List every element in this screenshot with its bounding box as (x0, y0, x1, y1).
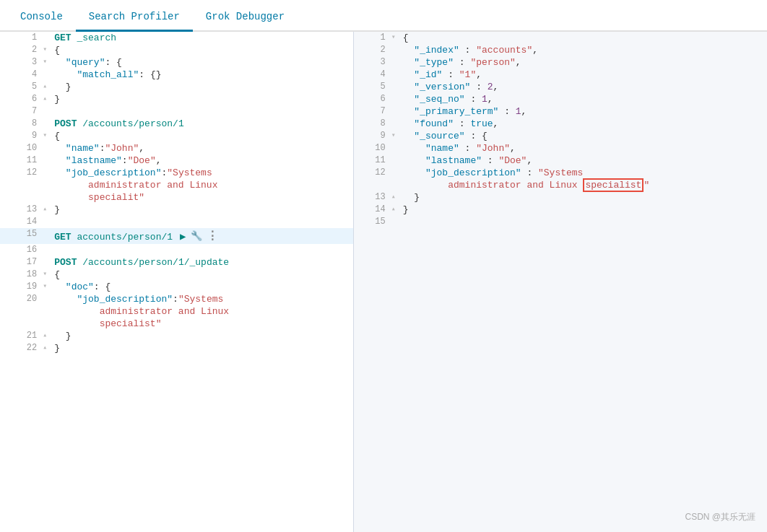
table-row: 1 GET _search (0, 32, 353, 44)
line-content: } (400, 204, 767, 216)
line-number: 16 (0, 244, 43, 256)
line-number: 22 (0, 342, 43, 354)
line-content (51, 105, 353, 118)
table-row: 4 "_id" : "1", (354, 69, 767, 81)
fold-icon (43, 191, 51, 204)
tab-console[interactable]: Console (7, 4, 76, 32)
fold-icon[interactable]: ▾ (391, 32, 400, 44)
fold-icon[interactable]: ▾ (43, 269, 51, 281)
fold-icon[interactable]: ▴ (43, 93, 51, 105)
line-content: "_version" : 2, (400, 81, 767, 93)
line-content: POST /accounts/person/1 (51, 118, 353, 130)
fold-icon (43, 244, 51, 256)
fold-icon (43, 179, 51, 191)
table-row: 9 ▾ "_source" : { (354, 130, 767, 142)
line-content: administrator and Linux (51, 305, 353, 318)
line-number: 8 (354, 118, 391, 130)
fold-icon (43, 256, 51, 269)
line-content: } (51, 93, 353, 105)
fold-icon[interactable]: ▾ (391, 130, 400, 142)
line-number (354, 179, 391, 191)
line-number: 7 (0, 105, 43, 118)
line-number: 13 (0, 204, 43, 216)
line-number (0, 305, 43, 318)
line-content: administrator and Linux specialist" (400, 179, 767, 191)
fold-icon[interactable]: ▾ (43, 56, 51, 69)
table-row: 3 "_type" : "person", (354, 56, 767, 69)
table-row: 14 (0, 216, 353, 228)
line-content: } (51, 330, 353, 342)
table-row: 8 "found" : true, (354, 118, 767, 130)
fold-icon[interactable]: ▴ (43, 81, 51, 93)
fold-icon (391, 167, 400, 179)
line-number: 5 (0, 81, 43, 93)
right-panel[interactable]: 1 ▾ { 2 "_index" : "accounts", 3 "_type"… (354, 32, 767, 532)
line-content: "lastname" : "Doe", (400, 154, 767, 167)
table-row: 4 "match_all": {} (0, 69, 353, 81)
table-row: 12 "job_description":"Systems (0, 167, 353, 179)
line-number: 6 (354, 93, 391, 105)
line-content: "job_description":"Systems (51, 167, 353, 179)
table-row: 7 (0, 105, 353, 118)
line-content: administrator and Linux (51, 179, 353, 191)
fold-icon (43, 293, 51, 305)
fold-icon (391, 142, 400, 154)
line-number: 6 (0, 93, 43, 105)
line-content: } (400, 191, 767, 204)
fold-icon (391, 93, 400, 105)
fold-icon[interactable]: ▴ (391, 191, 400, 204)
table-row: 3 ▾ "query": { (0, 56, 353, 69)
fold-icon (43, 105, 51, 118)
line-content: specialit" (51, 191, 353, 204)
table-row: specialit" (0, 191, 353, 204)
line-number: 8 (0, 118, 43, 130)
line-content: "_id" : "1", (400, 69, 767, 81)
line-content: "_seq_no" : 1, (400, 93, 767, 105)
table-row: administrator and Linux (0, 179, 353, 191)
line-content: specialist" (51, 318, 353, 330)
fold-icon (391, 154, 400, 167)
table-row: specialist" (0, 318, 353, 330)
table-row: administrator and Linux specialist" (354, 179, 767, 191)
table-row: 8 POST /accounts/person/1 (0, 118, 353, 130)
fold-icon (43, 318, 51, 330)
left-panel[interactable]: 1 GET _search 2 ▾ { 3 ▾ "query": { 4 " (0, 32, 354, 532)
table-row: 2 ▾ { (0, 44, 353, 56)
more-options-icon[interactable]: ⋮ (207, 229, 218, 243)
line-number: 1 (354, 32, 391, 44)
line-number: 2 (0, 44, 43, 56)
table-row: 16 (0, 244, 353, 256)
line-number: 17 (0, 256, 43, 269)
fold-icon[interactable]: ▾ (43, 281, 51, 293)
tab-grok-debugger[interactable]: Grok Debugger (193, 4, 298, 32)
run-button[interactable]: ▶ (180, 230, 186, 243)
tab-search-profiler[interactable]: Search Profiler (76, 4, 193, 32)
line-content (51, 244, 353, 256)
line-number: 7 (354, 105, 391, 118)
fold-icon (43, 216, 51, 228)
fold-icon (391, 105, 400, 118)
table-row: 15 (354, 216, 767, 228)
table-row: 5 "_version" : 2, (354, 81, 767, 93)
fold-icon (43, 69, 51, 81)
fold-icon[interactable]: ▴ (43, 330, 51, 342)
settings-icon[interactable]: 🔧 (191, 230, 202, 242)
fold-icon[interactable]: ▴ (43, 204, 51, 216)
line-number: 13 (354, 191, 391, 204)
table-row: 10 "name":"John", (0, 142, 353, 154)
line-number: 14 (354, 204, 391, 216)
table-row: administrator and Linux (0, 305, 353, 318)
table-row: 6 ▴ } (0, 93, 353, 105)
fold-icon[interactable]: ▾ (43, 44, 51, 56)
table-row: 19 ▾ "doc": { (0, 281, 353, 293)
fold-icon (43, 118, 51, 130)
table-row: 17 POST /accounts/person/1/_update (0, 256, 353, 269)
fold-icon[interactable]: ▴ (43, 342, 51, 354)
line-number: 4 (354, 69, 391, 81)
line-number (0, 318, 43, 330)
line-content: { (51, 269, 353, 281)
line-number: 20 (0, 293, 43, 305)
fold-icon[interactable]: ▴ (391, 204, 400, 216)
line-number: 5 (354, 81, 391, 93)
fold-icon[interactable]: ▾ (43, 130, 51, 142)
